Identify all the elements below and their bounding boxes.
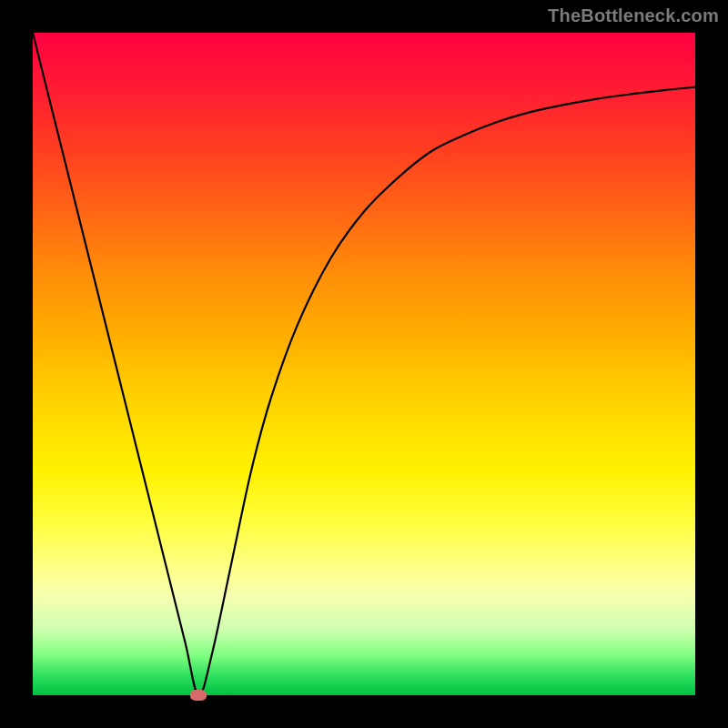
watermark-text: TheBottleneck.com xyxy=(548,5,719,26)
plot-area xyxy=(33,33,695,695)
bottleneck-curve xyxy=(33,33,695,695)
optimum-marker xyxy=(190,690,207,701)
chart-frame: TheBottleneck.com xyxy=(0,0,728,728)
